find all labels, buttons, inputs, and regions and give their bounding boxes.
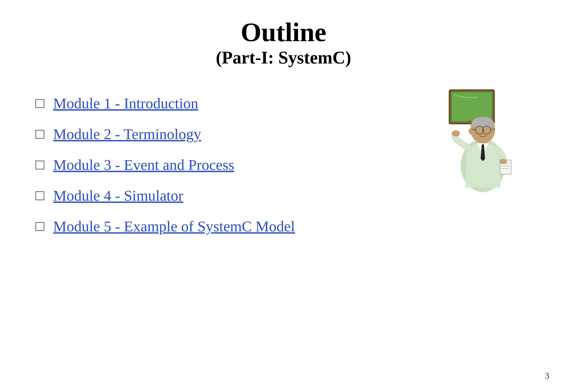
bullet-icon-1 <box>35 99 44 108</box>
slide-subtitle: (Part-I: SystemC) <box>35 47 532 68</box>
module1-link[interactable]: Module 1 - Introduction <box>53 95 198 112</box>
slide-title: Outline <box>35 18 532 47</box>
module-list: Module 1 - Introduction Module 2 - Termi… <box>35 95 416 248</box>
list-item: Module 2 - Terminology <box>35 126 416 143</box>
page-number: 3 <box>545 371 549 381</box>
slide-container: Outline (Part-I: SystemC) Module 1 - Int… <box>0 0 567 392</box>
module5-link[interactable]: Module 5 - Example of SystemC Model <box>53 218 295 235</box>
bullet-icon-4 <box>35 191 44 200</box>
svg-point-11 <box>452 130 460 137</box>
bullet-icon-2 <box>35 130 44 139</box>
title-section: Outline (Part-I: SystemC) <box>35 18 532 68</box>
list-item: Module 5 - Example of SystemC Model <box>35 218 416 235</box>
module3-link[interactable]: Module 3 - Event and Process <box>53 156 234 174</box>
professor-illustration <box>421 86 527 192</box>
illustration-area <box>416 86 532 192</box>
svg-point-16 <box>500 159 507 164</box>
list-item: Module 3 - Event and Process <box>35 156 416 174</box>
list-item: Module 1 - Introduction <box>35 95 416 112</box>
content-area: Module 1 - Introduction Module 2 - Termi… <box>35 95 532 248</box>
bullet-icon-5 <box>35 222 44 231</box>
list-item: Module 4 - Simulator <box>35 187 416 204</box>
module2-link[interactable]: Module 2 - Terminology <box>53 126 201 143</box>
bullet-icon-3 <box>35 161 44 169</box>
module4-link[interactable]: Module 4 - Simulator <box>53 187 183 204</box>
svg-rect-1 <box>452 92 492 121</box>
